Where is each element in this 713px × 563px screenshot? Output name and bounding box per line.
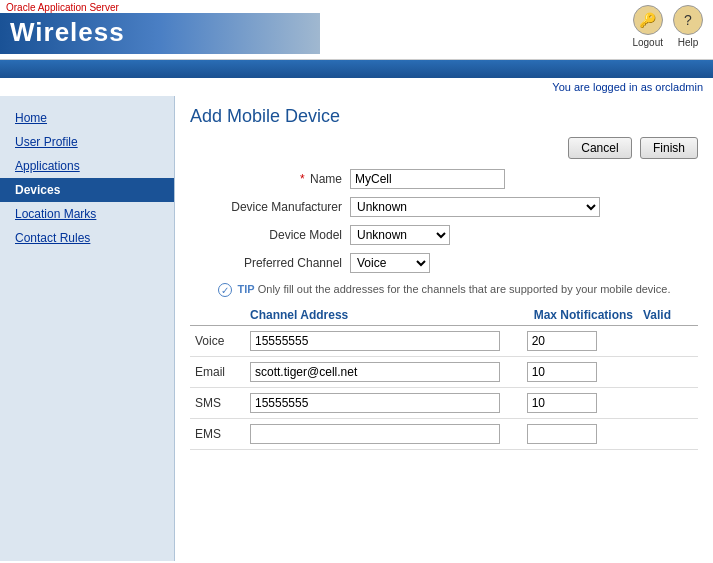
- manufacturer-row: Device Manufacturer UnknownNokiaMotorola…: [190, 197, 698, 217]
- channel-valid-cell-0: [638, 326, 698, 357]
- model-select[interactable]: UnknownModel AModel B: [350, 225, 450, 245]
- content-area: Add Mobile Device Cancel Finish * Name D…: [175, 96, 713, 561]
- channel-name-2: SMS: [190, 388, 245, 419]
- channel-valid-cell-3: [638, 419, 698, 450]
- channel-valid-cell-1: [638, 357, 698, 388]
- logout-label: Logout: [632, 37, 663, 48]
- channel-max-input-0[interactable]: [527, 331, 597, 351]
- tip-label: TIP: [238, 283, 255, 295]
- header: Oracle Application Server Wireless 🔑 Log…: [0, 0, 713, 60]
- header-actions: 🔑 Logout ? Help: [632, 5, 703, 48]
- col-max: Max Notifications: [522, 305, 638, 326]
- app-title: Wireless: [0, 13, 320, 54]
- channel-label: Preferred Channel: [190, 256, 350, 270]
- tip-box: ✓ TIP Only fill out the addresses for th…: [190, 283, 698, 297]
- channel-name-3: EMS: [190, 419, 245, 450]
- channel-table: Channel Address Max Notifications Valid …: [190, 305, 698, 450]
- channel-max-input-1[interactable]: [527, 362, 597, 382]
- manufacturer-label: Device Manufacturer: [190, 200, 350, 214]
- channel-addr-cell-1: [245, 357, 522, 388]
- col-address: Channel Address: [245, 305, 522, 326]
- channel-addr-input-0[interactable]: [250, 331, 500, 351]
- name-label: * Name: [190, 172, 350, 186]
- sidebar-item-contact-rules[interactable]: Contact Rules: [0, 226, 174, 250]
- oracle-text: Oracle Application Server: [0, 0, 713, 13]
- logged-in-bar: You are logged in as orcladmin: [0, 78, 713, 96]
- sidebar-item-devices[interactable]: Devices: [0, 178, 174, 202]
- logout-button[interactable]: 🔑 Logout: [632, 5, 663, 48]
- channel-addr-input-1[interactable]: [250, 362, 500, 382]
- channel-addr-cell-3: [245, 419, 522, 450]
- sidebar-item-home[interactable]: Home: [0, 106, 174, 130]
- logged-in-text: You are logged in as orcladmin: [552, 81, 703, 93]
- cancel-button[interactable]: Cancel: [568, 137, 631, 159]
- channel-row: Preferred Channel VoiceEmailSMSEMS: [190, 253, 698, 273]
- sidebar: HomeUser ProfileApplicationsDevicesLocat…: [0, 96, 175, 561]
- help-label: Help: [678, 37, 699, 48]
- page-title: Add Mobile Device: [190, 106, 698, 127]
- help-button[interactable]: ? Help: [673, 5, 703, 48]
- channel-valid-cell-2: [638, 388, 698, 419]
- table-row: EMS: [190, 419, 698, 450]
- required-star: *: [300, 172, 305, 186]
- channel-max-cell-1: [522, 357, 638, 388]
- name-row: * Name: [190, 169, 698, 189]
- table-row: Voice: [190, 326, 698, 357]
- tip-icon: ✓: [218, 283, 232, 297]
- col-valid: Valid: [638, 305, 698, 326]
- tip-text: Only fill out the addresses for the chan…: [258, 283, 671, 295]
- channel-addr-input-2[interactable]: [250, 393, 500, 413]
- finish-button[interactable]: Finish: [640, 137, 698, 159]
- name-input[interactable]: [350, 169, 505, 189]
- sidebar-item-location-marks[interactable]: Location Marks: [0, 202, 174, 226]
- channel-max-cell-3: [522, 419, 638, 450]
- channel-max-cell-0: [522, 326, 638, 357]
- channel-addr-cell-0: [245, 326, 522, 357]
- preferred-channel-select[interactable]: VoiceEmailSMSEMS: [350, 253, 430, 273]
- channel-addr-cell-2: [245, 388, 522, 419]
- channel-max-cell-2: [522, 388, 638, 419]
- col-channel-empty: [190, 305, 245, 326]
- help-icon: ?: [673, 5, 703, 35]
- table-row: Email: [190, 357, 698, 388]
- channel-name-0: Voice: [190, 326, 245, 357]
- nav-bar: [0, 60, 713, 78]
- channel-addr-input-3[interactable]: [250, 424, 500, 444]
- table-row: SMS: [190, 388, 698, 419]
- top-buttons: Cancel Finish: [190, 137, 698, 159]
- channel-max-input-2[interactable]: [527, 393, 597, 413]
- logout-icon: 🔑: [633, 5, 663, 35]
- sidebar-item-applications[interactable]: Applications: [0, 154, 174, 178]
- channel-max-input-3[interactable]: [527, 424, 597, 444]
- manufacturer-select[interactable]: UnknownNokiaMotorolaSony EricssonSamsung: [350, 197, 600, 217]
- channel-name-1: Email: [190, 357, 245, 388]
- main-layout: HomeUser ProfileApplicationsDevicesLocat…: [0, 96, 713, 561]
- model-label: Device Model: [190, 228, 350, 242]
- model-row: Device Model UnknownModel AModel B: [190, 225, 698, 245]
- sidebar-item-user-profile[interactable]: User Profile: [0, 130, 174, 154]
